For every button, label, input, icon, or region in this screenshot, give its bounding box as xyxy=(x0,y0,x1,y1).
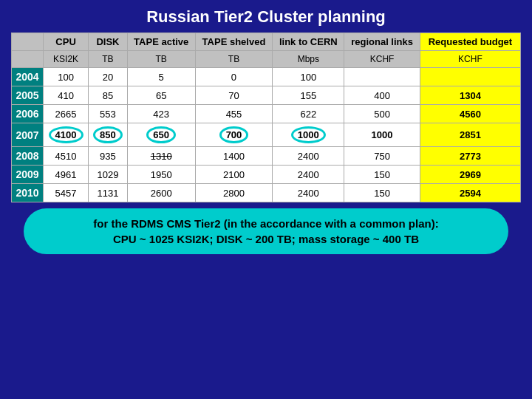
tape-shelved-cell: 1400 xyxy=(195,147,273,166)
cpu-cell: 410 xyxy=(44,86,89,105)
header-empty xyxy=(12,33,44,51)
table-wrapper: CPU DISK TAPE active TAPE shelved link t… xyxy=(11,33,521,202)
budget-cell: 1304 xyxy=(420,86,520,105)
link-cern-cell: 155 xyxy=(273,86,344,105)
header-unit-kchf-regional: KCHF xyxy=(344,51,420,68)
budget-cell: 2773 xyxy=(420,147,520,166)
disk-cell: 20 xyxy=(89,68,128,86)
header-row-1: CPU DISK TAPE active TAPE shelved link t… xyxy=(12,33,521,51)
bottom-text-container: for the RDMS CMS Tier2 (in the accordanc… xyxy=(24,208,508,254)
disk-cell: 850 xyxy=(89,123,128,147)
header-requested-budget: Requested budget xyxy=(420,33,520,51)
budget-cell: 2594 xyxy=(420,184,520,202)
table-row: 2010545711312600280024001502594 xyxy=(12,184,521,202)
budget-cell xyxy=(420,68,520,86)
tape-active-cell: 423 xyxy=(127,105,195,123)
header-disk: DISK xyxy=(89,33,128,51)
strike-tape-active: 1310 xyxy=(151,151,172,162)
tape-active-cell: 65 xyxy=(127,86,195,105)
data-table: CPU DISK TAPE active TAPE shelved link t… xyxy=(11,33,521,202)
header-unit-ksi2k: KSI2K xyxy=(44,51,89,68)
page-container: Russian Tier2 Cluster planning CPU DISK … xyxy=(0,0,532,399)
disk-cell: 1029 xyxy=(89,166,128,184)
cpu-cell: 4961 xyxy=(44,166,89,184)
header-unit-mbps: Mbps xyxy=(273,51,344,68)
regional-cell: 150 xyxy=(344,184,420,202)
header-regional-links: regional links xyxy=(344,33,420,51)
tape-active-cell: 650 xyxy=(127,123,195,147)
budget-cell: 2969 xyxy=(420,166,520,184)
disk-cell: 1131 xyxy=(89,184,128,202)
oval-disk: 850 xyxy=(93,126,123,143)
regional-cell: 400 xyxy=(344,86,420,105)
regional-cell xyxy=(344,68,420,86)
cpu-cell: 4100 xyxy=(44,123,89,147)
page-title: Russian Tier2 Cluster planning xyxy=(146,7,386,27)
year-cell: 2008 xyxy=(12,147,44,166)
header-unit-tb-disk: TB xyxy=(89,51,128,68)
disk-cell: 553 xyxy=(89,105,128,123)
regional-cell: 150 xyxy=(344,166,420,184)
tape-shelved-cell: 2100 xyxy=(195,166,273,184)
year-cell: 2005 xyxy=(12,86,44,105)
table-row: 2009496110291950210024001502969 xyxy=(12,166,521,184)
cpu-cell: 100 xyxy=(44,68,89,86)
year-cell: 2004 xyxy=(12,68,44,86)
header-unit-empty xyxy=(12,51,44,68)
table-row: 20074100850650700100010002851 xyxy=(12,123,521,147)
bottom-line1: for the RDMS CMS Tier2 (in the accordanc… xyxy=(93,217,438,230)
cpu-cell: 4510 xyxy=(44,147,89,166)
year-cell: 2006 xyxy=(12,105,44,123)
disk-cell: 935 xyxy=(89,147,128,166)
header-unit-kchf-budget: KCHF xyxy=(420,51,520,68)
budget-cell: 2851 xyxy=(420,123,520,147)
table-row: 200845109351310140024007502773 xyxy=(12,147,521,166)
oval-link: 1000 xyxy=(291,126,326,143)
tape-active-cell: 5 xyxy=(127,68,195,86)
cpu-cell: 5457 xyxy=(44,184,89,202)
oval-cpu: 4100 xyxy=(49,126,83,143)
header-row-2: KSI2K TB TB TB Mbps KCHF KCHF xyxy=(12,51,521,68)
header-unit-tb-tape-active: TB xyxy=(127,51,195,68)
table-row: 20054108565701554001304 xyxy=(12,86,521,105)
tape-shelved-cell: 2800 xyxy=(195,184,273,202)
tape-active-cell: 1950 xyxy=(127,166,195,184)
tape-shelved-cell: 700 xyxy=(195,123,273,147)
table-body: 2004100205010020054108565701554001304200… xyxy=(12,68,521,202)
bottom-text: for the RDMS CMS Tier2 (in the accordanc… xyxy=(38,216,494,247)
regional-cell: 1000 xyxy=(344,123,420,147)
link-cern-cell: 100 xyxy=(273,68,344,86)
link-cern-cell: 2400 xyxy=(273,147,344,166)
regional-cell: 500 xyxy=(344,105,420,123)
table-row: 20041002050100 xyxy=(12,68,521,86)
budget-cell: 4560 xyxy=(420,105,520,123)
cpu-cell: 2665 xyxy=(44,105,89,123)
header-link-cern: link to CERN xyxy=(273,33,344,51)
tape-active-cell: 2600 xyxy=(127,184,195,202)
disk-cell: 85 xyxy=(89,86,128,105)
link-cern-cell: 1000 xyxy=(273,123,344,147)
year-cell: 2009 xyxy=(12,166,44,184)
oval-tape-shelved: 700 xyxy=(219,126,249,143)
link-cern-cell: 622 xyxy=(273,105,344,123)
year-cell: 2007 xyxy=(12,123,44,147)
link-cern-cell: 2400 xyxy=(273,166,344,184)
header-tape-active: TAPE active xyxy=(127,33,195,51)
header-cpu: CPU xyxy=(44,33,89,51)
tape-active-cell: 1310 xyxy=(127,147,195,166)
table-row: 200626655534234556225004560 xyxy=(12,105,521,123)
oval-tape-active: 650 xyxy=(146,126,176,143)
tape-shelved-cell: 0 xyxy=(195,68,273,86)
header-unit-tb-tape-shelved: TB xyxy=(195,51,273,68)
header-tape-shelved: TAPE shelved xyxy=(195,33,273,51)
tape-shelved-cell: 70 xyxy=(195,86,273,105)
bottom-line2: CPU ~ 1025 KSI2K; DISK ~ 200 TB; mass st… xyxy=(113,233,419,245)
tape-shelved-cell: 455 xyxy=(195,105,273,123)
year-cell: 2010 xyxy=(12,184,44,202)
link-cern-cell: 2400 xyxy=(273,184,344,202)
regional-cell: 750 xyxy=(344,147,420,166)
